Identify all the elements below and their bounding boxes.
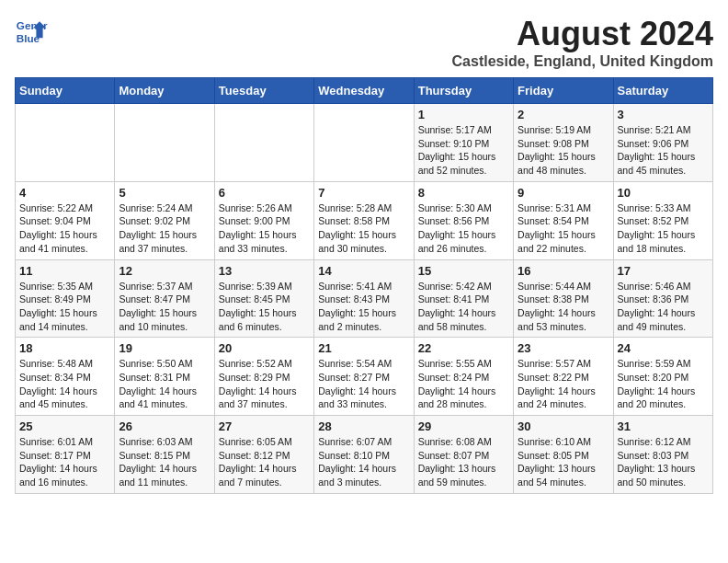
day-info: Sunrise: 5:30 AM Sunset: 8:56 PM Dayligh… xyxy=(418,201,509,256)
day-number: 3 xyxy=(618,108,709,121)
day-info: Sunrise: 5:59 AM Sunset: 8:20 PM Dayligh… xyxy=(618,357,709,411)
col-header-tuesday: Tuesday xyxy=(214,78,313,104)
day-cell: 2Sunrise: 5:19 AM Sunset: 9:08 PM Daylig… xyxy=(514,104,613,182)
day-number: 26 xyxy=(119,419,210,433)
week-row-3: 11Sunrise: 5:35 AM Sunset: 8:49 PM Dayli… xyxy=(16,259,713,338)
day-cell: 5Sunrise: 5:24 AM Sunset: 9:02 PM Daylig… xyxy=(115,181,214,259)
day-number: 15 xyxy=(418,264,509,278)
day-cell: 21Sunrise: 5:54 AM Sunset: 8:27 PM Dayli… xyxy=(314,338,414,416)
day-info: Sunrise: 5:57 AM Sunset: 8:22 PM Dayligh… xyxy=(518,357,609,411)
day-info: Sunrise: 5:55 AM Sunset: 8:24 PM Dayligh… xyxy=(418,357,509,411)
week-row-2: 4Sunrise: 5:22 AM Sunset: 9:04 PM Daylig… xyxy=(16,181,713,259)
day-cell xyxy=(16,104,115,182)
day-cell: 9Sunrise: 5:31 AM Sunset: 8:54 PM Daylig… xyxy=(514,181,613,259)
day-cell: 10Sunrise: 5:33 AM Sunset: 8:52 PM Dayli… xyxy=(613,181,712,259)
day-number: 24 xyxy=(618,341,709,355)
day-number: 9 xyxy=(518,186,609,200)
day-info: Sunrise: 6:12 AM Sunset: 8:03 PM Dayligh… xyxy=(618,435,709,489)
day-cell: 23Sunrise: 5:57 AM Sunset: 8:22 PM Dayli… xyxy=(514,338,613,416)
day-cell: 19Sunrise: 5:50 AM Sunset: 8:31 PM Dayli… xyxy=(115,338,214,416)
day-cell: 20Sunrise: 5:52 AM Sunset: 8:29 PM Dayli… xyxy=(214,338,313,416)
day-info: Sunrise: 6:01 AM Sunset: 8:17 PM Dayligh… xyxy=(19,435,110,489)
day-info: Sunrise: 5:21 AM Sunset: 9:06 PM Dayligh… xyxy=(618,123,709,178)
day-info: Sunrise: 5:54 AM Sunset: 8:27 PM Dayligh… xyxy=(318,357,409,411)
day-number: 29 xyxy=(418,419,509,433)
col-header-wednesday: Wednesday xyxy=(314,78,414,104)
day-info: Sunrise: 5:42 AM Sunset: 8:41 PM Dayligh… xyxy=(418,280,509,334)
day-info: Sunrise: 5:31 AM Sunset: 8:54 PM Dayligh… xyxy=(518,201,609,256)
day-number: 23 xyxy=(518,341,609,355)
day-info: Sunrise: 5:39 AM Sunset: 8:45 PM Dayligh… xyxy=(219,280,310,334)
day-info: Sunrise: 5:28 AM Sunset: 8:58 PM Dayligh… xyxy=(318,201,409,256)
day-info: Sunrise: 5:22 AM Sunset: 9:04 PM Dayligh… xyxy=(19,201,110,256)
day-number: 6 xyxy=(219,186,310,200)
day-info: Sunrise: 6:07 AM Sunset: 8:10 PM Dayligh… xyxy=(318,435,409,489)
day-number: 21 xyxy=(318,341,409,355)
day-info: Sunrise: 5:44 AM Sunset: 8:38 PM Dayligh… xyxy=(518,280,609,334)
day-number: 10 xyxy=(618,186,709,200)
day-number: 22 xyxy=(418,341,509,355)
col-header-saturday: Saturday xyxy=(613,78,712,104)
day-number: 16 xyxy=(518,264,609,278)
day-number: 25 xyxy=(19,419,110,433)
week-row-1: 1Sunrise: 5:17 AM Sunset: 9:10 PM Daylig… xyxy=(16,104,713,182)
day-cell: 8Sunrise: 5:30 AM Sunset: 8:56 PM Daylig… xyxy=(414,181,513,259)
day-number: 13 xyxy=(219,264,310,278)
day-cell xyxy=(314,104,414,182)
day-number: 11 xyxy=(19,264,110,278)
col-header-monday: Monday xyxy=(115,78,214,104)
day-number: 19 xyxy=(119,341,210,355)
day-info: Sunrise: 6:03 AM Sunset: 8:15 PM Dayligh… xyxy=(119,435,210,489)
day-cell xyxy=(214,104,313,182)
day-cell xyxy=(115,104,214,182)
day-cell: 7Sunrise: 5:28 AM Sunset: 8:58 PM Daylig… xyxy=(314,181,414,259)
day-cell: 14Sunrise: 5:41 AM Sunset: 8:43 PM Dayli… xyxy=(314,259,414,338)
day-number: 8 xyxy=(418,186,509,200)
title-block: August 2024 Castleside, England, United … xyxy=(452,15,713,70)
day-cell: 3Sunrise: 5:21 AM Sunset: 9:06 PM Daylig… xyxy=(613,104,712,182)
col-header-friday: Friday xyxy=(514,78,613,104)
day-number: 1 xyxy=(418,108,509,121)
day-info: Sunrise: 5:33 AM Sunset: 8:52 PM Dayligh… xyxy=(618,201,709,256)
day-info: Sunrise: 5:17 AM Sunset: 9:10 PM Dayligh… xyxy=(418,123,509,178)
day-number: 14 xyxy=(318,264,409,278)
day-cell: 11Sunrise: 5:35 AM Sunset: 8:49 PM Dayli… xyxy=(16,259,115,338)
day-info: Sunrise: 5:26 AM Sunset: 9:00 PM Dayligh… xyxy=(219,201,310,256)
day-number: 28 xyxy=(318,419,409,433)
day-info: Sunrise: 5:37 AM Sunset: 8:47 PM Dayligh… xyxy=(119,280,210,334)
logo-icon: General Blue xyxy=(15,15,48,48)
day-cell: 6Sunrise: 5:26 AM Sunset: 9:00 PM Daylig… xyxy=(214,181,313,259)
day-number: 5 xyxy=(119,186,210,200)
day-info: Sunrise: 6:10 AM Sunset: 8:05 PM Dayligh… xyxy=(518,435,609,489)
day-cell: 30Sunrise: 6:10 AM Sunset: 8:05 PM Dayli… xyxy=(514,416,613,494)
day-cell: 31Sunrise: 6:12 AM Sunset: 8:03 PM Dayli… xyxy=(613,416,712,494)
page-title: August 2024 xyxy=(452,15,713,53)
day-cell: 22Sunrise: 5:55 AM Sunset: 8:24 PM Dayli… xyxy=(414,338,513,416)
day-cell: 25Sunrise: 6:01 AM Sunset: 8:17 PM Dayli… xyxy=(16,416,115,494)
day-cell: 16Sunrise: 5:44 AM Sunset: 8:38 PM Dayli… xyxy=(514,259,613,338)
day-number: 4 xyxy=(19,186,110,200)
day-cell: 26Sunrise: 6:03 AM Sunset: 8:15 PM Dayli… xyxy=(115,416,214,494)
day-cell: 1Sunrise: 5:17 AM Sunset: 9:10 PM Daylig… xyxy=(414,104,513,182)
page-header: General Blue August 2024 Castleside, Eng… xyxy=(15,15,713,70)
day-number: 12 xyxy=(119,264,210,278)
page-subtitle: Castleside, England, United Kingdom xyxy=(452,53,713,70)
day-info: Sunrise: 6:08 AM Sunset: 8:07 PM Dayligh… xyxy=(418,435,509,489)
logo: General Blue xyxy=(15,15,48,48)
day-number: 27 xyxy=(219,419,310,433)
day-cell: 13Sunrise: 5:39 AM Sunset: 8:45 PM Dayli… xyxy=(214,259,313,338)
col-header-thursday: Thursday xyxy=(414,78,513,104)
day-number: 17 xyxy=(618,264,709,278)
day-info: Sunrise: 5:35 AM Sunset: 8:49 PM Dayligh… xyxy=(19,280,110,334)
day-number: 18 xyxy=(19,341,110,355)
day-info: Sunrise: 5:50 AM Sunset: 8:31 PM Dayligh… xyxy=(119,357,210,411)
day-info: Sunrise: 5:48 AM Sunset: 8:34 PM Dayligh… xyxy=(19,357,110,411)
week-row-5: 25Sunrise: 6:01 AM Sunset: 8:17 PM Dayli… xyxy=(16,416,713,494)
day-info: Sunrise: 6:05 AM Sunset: 8:12 PM Dayligh… xyxy=(219,435,310,489)
day-cell: 4Sunrise: 5:22 AM Sunset: 9:04 PM Daylig… xyxy=(16,181,115,259)
day-info: Sunrise: 5:46 AM Sunset: 8:36 PM Dayligh… xyxy=(618,280,709,334)
day-info: Sunrise: 5:24 AM Sunset: 9:02 PM Dayligh… xyxy=(119,201,210,256)
day-number: 7 xyxy=(318,186,409,200)
day-number: 20 xyxy=(219,341,310,355)
day-number: 30 xyxy=(518,419,609,433)
